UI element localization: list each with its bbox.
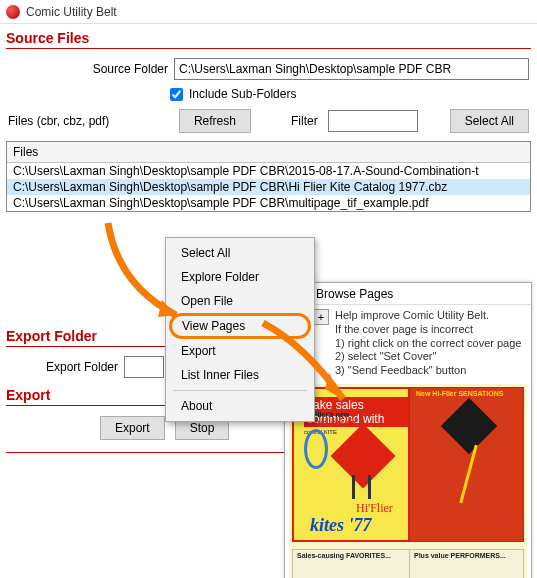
table-row[interactable]: C:\Users\Laxman Singh\Desktop\sample PDF… [7,179,530,195]
browse-pages-window: Browse Pages - + Help improve Comic Util… [284,282,532,578]
browse-window-title: Browse Pages [316,287,393,301]
select-all-button[interactable]: Select All [450,109,529,133]
menu-about[interactable]: About [169,394,311,418]
source-folder-label: Source Folder [8,62,168,76]
files-types-label: Files (cbr, cbz, pdf) [8,114,109,128]
cover-thumbnail[interactable]: Take sales command with Hi-Flier's new S… [289,384,527,578]
refresh-button[interactable]: Refresh [179,109,251,133]
files-column-header[interactable]: Files [7,142,530,163]
menu-view-pages[interactable]: View Pages [169,313,311,339]
export-folder-label: Export Folder [8,360,118,374]
menu-open-file[interactable]: Open File [169,289,311,313]
filter-label: Filter [291,114,318,128]
window-title: Comic Utility Belt [26,5,117,19]
table-row[interactable]: C:\Users\Laxman Singh\Desktop\sample PDF… [7,195,530,211]
source-folder-row: Source Folder [0,55,537,83]
include-subfolders-checkbox[interactable] [170,88,183,101]
menu-explore-folder[interactable]: Explore Folder [169,265,311,289]
browse-title-bar: Browse Pages [285,283,531,305]
app-icon [6,5,20,19]
menu-list-inner-files[interactable]: List Inner Files [169,363,311,387]
zoom-in-button[interactable]: + [313,309,329,325]
divider [6,48,531,49]
files-toolbar: Files (cbr, cbz, pdf) Refresh Filter Sel… [0,105,537,141]
source-files-header: Source Files [0,24,537,48]
context-menu: Select All Explore Folder Open File View… [165,237,315,422]
help-text: Help improve Comic Utility Belt. If the … [335,309,521,378]
include-subfolders-label: Include Sub-Folders [189,87,296,101]
files-table: Files C:\Users\Laxman Singh\Desktop\samp… [6,141,531,212]
menu-separator [173,390,307,391]
menu-select-all[interactable]: Select All [169,241,311,265]
filter-input[interactable] [328,110,418,132]
export-folder-input[interactable] [124,356,164,378]
table-row[interactable]: C:\Users\Laxman Singh\Desktop\sample PDF… [7,163,530,179]
menu-export[interactable]: Export [169,339,311,363]
title-bar: Comic Utility Belt [0,0,537,24]
source-folder-input[interactable] [174,58,529,80]
include-subfolders-row: Include Sub-Folders [170,83,537,105]
export-button[interactable]: Export [100,416,165,440]
